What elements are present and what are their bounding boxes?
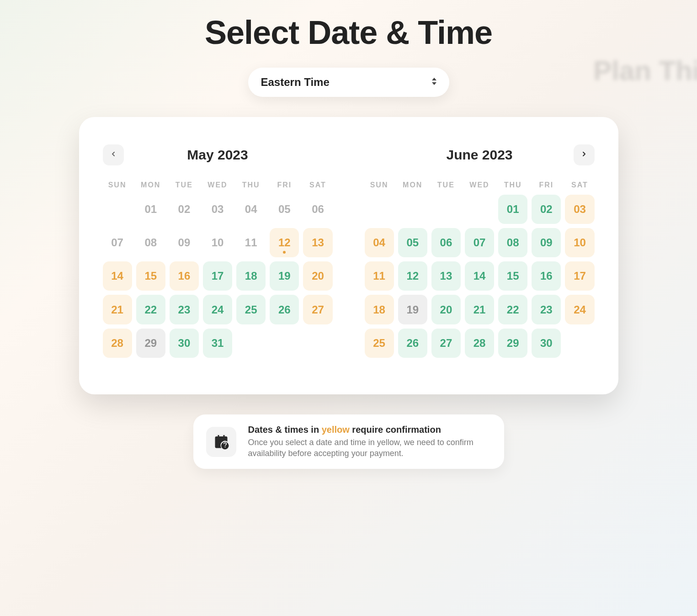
calendar-day[interactable]: 18	[365, 295, 394, 324]
weekday-header: TUE	[431, 178, 461, 195]
month-title: June 2023	[446, 147, 512, 163]
chevron-left-icon	[110, 150, 117, 159]
calendar-day[interactable]: 26	[398, 329, 427, 358]
calendar-day: 11	[236, 228, 266, 257]
calendar-day[interactable]: 22	[136, 295, 165, 324]
calendar-day[interactable]: 20	[431, 295, 461, 324]
weekday-header: WED	[465, 178, 494, 195]
calendar-day[interactable]: 27	[303, 295, 332, 324]
calendar-day[interactable]: 19	[270, 261, 299, 291]
calendar-day[interactable]: 30	[170, 329, 199, 358]
calendar-day[interactable]: 29	[498, 329, 527, 358]
calendar-day[interactable]: 23	[532, 295, 561, 324]
calendar-day: 04	[236, 195, 266, 224]
calendar-day[interactable]: 21	[103, 295, 132, 324]
weekday-header: WED	[203, 178, 232, 195]
calendar-day: 01	[136, 195, 165, 224]
calendar-day[interactable]: 13	[303, 228, 332, 257]
calendar-day[interactable]: 25	[365, 329, 394, 358]
calendar-day: 03	[203, 195, 232, 224]
calendar-day[interactable]: 17	[203, 261, 232, 291]
calendar-day[interactable]: 25	[236, 295, 266, 324]
calendar-day[interactable]: 11	[365, 261, 394, 291]
calendar-day[interactable]: 06	[431, 228, 461, 257]
calendar-day[interactable]: 01	[498, 195, 527, 224]
sort-icon	[431, 76, 437, 89]
calendar-day: 10	[203, 228, 232, 257]
calendar-day: 09	[170, 228, 199, 257]
calendar-day[interactable]: 03	[565, 195, 594, 224]
calendar-day[interactable]: 26	[270, 295, 299, 324]
calendar-day[interactable]: 15	[498, 261, 527, 291]
calendar-question-icon	[206, 427, 236, 457]
confirmation-notice: Dates & times in yellow require confirma…	[193, 414, 504, 469]
weekday-header: SUN	[365, 178, 394, 195]
weekday-header: THU	[498, 178, 527, 195]
calendar-day[interactable]: 04	[365, 228, 394, 257]
weekday-header: SUN	[103, 178, 132, 195]
calendar-day[interactable]: 16	[532, 261, 561, 291]
weekday-header: FRI	[270, 178, 299, 195]
next-month-button[interactable]	[574, 144, 595, 165]
calendar-day[interactable]: 27	[431, 329, 461, 358]
calendar-day[interactable]: 23	[170, 295, 199, 324]
calendar-day: 19	[398, 295, 427, 324]
timezone-selected-value: Eastern Time	[261, 76, 330, 88]
weekday-header: SAT	[565, 178, 594, 195]
calendar-day[interactable]: 15	[136, 261, 165, 291]
calendar-day[interactable]: 24	[565, 295, 594, 324]
calendar-day[interactable]: 12	[270, 228, 299, 257]
calendar-day: 05	[270, 195, 299, 224]
notice-body: Once you select a date and time in yello…	[248, 437, 491, 459]
calendar-day: 07	[103, 228, 132, 257]
calendar-day[interactable]: 31	[203, 329, 232, 358]
weekday-header: THU	[236, 178, 266, 195]
weekday-header: MON	[398, 178, 427, 195]
calendar-card: May 2023SUNMONTUEWEDTHUFRISAT01020304050…	[79, 117, 618, 394]
calendar-day[interactable]: 20	[303, 261, 332, 291]
calendar-day[interactable]: 02	[532, 195, 561, 224]
calendar-day[interactable]: 07	[465, 228, 494, 257]
weekday-header: TUE	[170, 178, 199, 195]
calendar-day[interactable]: 12	[398, 261, 427, 291]
calendar-day[interactable]: 24	[203, 295, 232, 324]
calendar-day: 08	[136, 228, 165, 257]
notice-title: Dates & times in yellow require confirma…	[248, 425, 491, 435]
calendar-day: 06	[303, 195, 332, 224]
weekday-header: FRI	[532, 178, 561, 195]
calendar-day[interactable]: 09	[532, 228, 561, 257]
calendar-day[interactable]: 10	[565, 228, 594, 257]
page-title: Select Date & Time	[79, 14, 618, 51]
calendar-day[interactable]: 22	[498, 295, 527, 324]
calendar-day: 29	[136, 329, 165, 358]
timezone-select[interactable]: Eastern Time	[248, 68, 449, 97]
calendar-day[interactable]: 21	[465, 295, 494, 324]
calendar-day[interactable]: 28	[465, 329, 494, 358]
weekday-header: MON	[136, 178, 165, 195]
weekday-header: SAT	[303, 178, 332, 195]
prev-month-button	[103, 144, 124, 165]
calendar-day[interactable]: 17	[565, 261, 594, 291]
calendar-day[interactable]: 08	[498, 228, 527, 257]
calendar-day[interactable]: 14	[465, 261, 494, 291]
month-title: May 2023	[187, 147, 248, 163]
calendar-day[interactable]: 28	[103, 329, 132, 358]
calendar-day: 02	[170, 195, 199, 224]
calendar-day[interactable]: 14	[103, 261, 132, 291]
calendar-day[interactable]: 13	[431, 261, 461, 291]
calendar-day[interactable]: 30	[532, 329, 561, 358]
chevron-right-icon	[580, 150, 588, 159]
calendar-day[interactable]: 05	[398, 228, 427, 257]
calendar-day[interactable]: 18	[236, 261, 266, 291]
calendar-day[interactable]: 16	[170, 261, 199, 291]
